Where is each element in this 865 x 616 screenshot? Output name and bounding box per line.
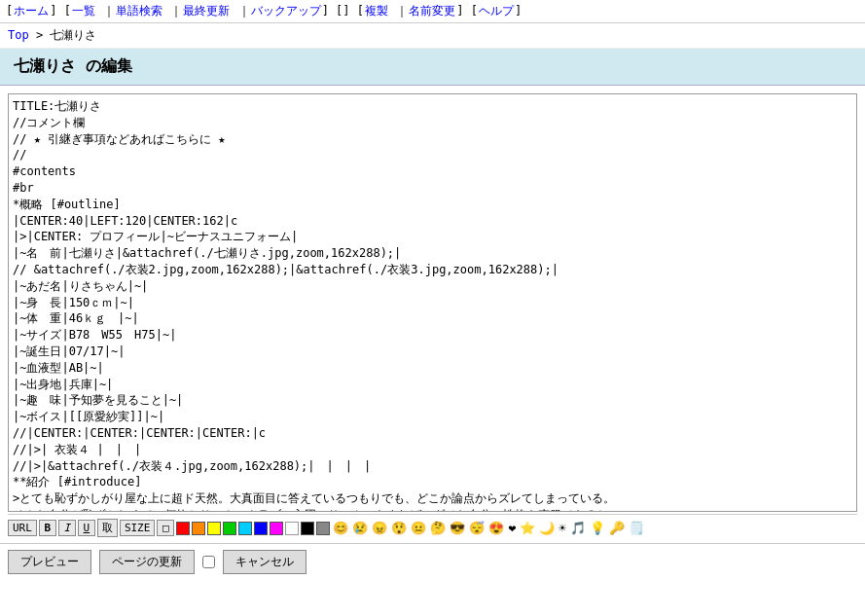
nav-recent[interactable]: 最終更新 xyxy=(183,4,230,18)
emoji-moon[interactable]: 🌙 xyxy=(538,522,556,534)
emoji-angry[interactable]: 😠 xyxy=(371,522,388,534)
nav-help[interactable]: ヘルプ xyxy=(479,4,514,18)
nav-rename[interactable]: 名前変更 xyxy=(409,4,455,18)
color-magenta[interactable] xyxy=(270,522,283,535)
strikethrough-button[interactable]: 取 xyxy=(97,519,118,537)
color-yellow[interactable] xyxy=(207,522,221,535)
breadcrumb-top[interactable]: Top xyxy=(8,28,29,42)
color-white[interactable] xyxy=(285,522,299,535)
italic-button[interactable]: I xyxy=(58,520,76,536)
breadcrumb: Top > 七瀬りさ xyxy=(0,23,865,49)
cancel-button[interactable]: キャンセル xyxy=(223,550,306,574)
emoji-heart[interactable]: ❤️ xyxy=(507,522,517,534)
emoji-cool[interactable]: 😎 xyxy=(449,522,466,534)
option-checkbox[interactable] xyxy=(202,556,215,568)
edit-wrapper: URL B I U 取 SIZE □ 😊 😢 😠 😲 😐 🤔 😎 😴 😍 ❤️ … xyxy=(0,90,865,543)
emoji-surprised[interactable]: 😲 xyxy=(390,522,408,534)
emoji-think[interactable]: 🤔 xyxy=(429,522,447,534)
bold-button[interactable]: B xyxy=(39,520,56,536)
emoji-sleepy[interactable]: 😴 xyxy=(468,522,486,534)
underline-button[interactable]: U xyxy=(78,520,95,536)
edit-textarea[interactable] xyxy=(8,93,857,512)
action-bar: プレビュー ページの更新 キャンセル xyxy=(0,543,865,580)
emoji-bulb[interactable]: 💡 xyxy=(589,522,606,534)
emoji-sun[interactable]: ☀️ xyxy=(558,522,567,534)
emoji-star[interactable]: ⭐ xyxy=(519,522,536,534)
page-title: 七瀬りさ の編集 xyxy=(0,49,865,86)
editor-toolbar: URL B I U 取 SIZE □ 😊 😢 😠 😲 😐 🤔 😎 😴 😍 ❤️ … xyxy=(8,514,857,539)
emoji-sad[interactable]: 😢 xyxy=(351,522,369,534)
emoji-music[interactable]: 🎵 xyxy=(569,522,587,534)
url-button[interactable]: URL xyxy=(8,520,37,536)
nav-home[interactable]: ホーム xyxy=(14,4,49,18)
emoji-love[interactable]: 😍 xyxy=(487,522,505,534)
color-red[interactable] xyxy=(176,522,190,535)
top-navigation: [ホーム] [一覧 ｜単語検索 ｜最終更新 ｜バックアップ] [] [複製 ｜名… xyxy=(0,0,865,23)
breadcrumb-current: 七瀬りさ xyxy=(50,28,96,42)
nav-search[interactable]: 単語検索 xyxy=(116,4,162,18)
box-button[interactable]: □ xyxy=(157,520,174,536)
nav-duplicate[interactable]: 複製 xyxy=(365,4,388,18)
checkbox-area xyxy=(202,556,215,568)
color-blue[interactable] xyxy=(254,522,268,535)
nav-backup[interactable]: バックアップ xyxy=(251,4,321,18)
update-button[interactable]: ページの更新 xyxy=(99,550,195,574)
emoji-smile[interactable]: 😊 xyxy=(332,522,349,534)
size-button[interactable]: SIZE xyxy=(120,520,156,536)
preview-button[interactable]: プレビュー xyxy=(8,550,91,574)
emoji-neutral[interactable]: 😐 xyxy=(410,522,427,534)
color-green[interactable] xyxy=(223,522,236,535)
color-gray[interactable] xyxy=(316,522,330,535)
nav-list[interactable]: 一覧 xyxy=(72,4,95,18)
emoji-extra[interactable]: 🗒️ xyxy=(628,522,645,534)
color-black[interactable] xyxy=(301,522,314,535)
emoji-key[interactable]: 🔑 xyxy=(608,522,626,534)
color-cyan[interactable] xyxy=(238,522,252,535)
color-orange[interactable] xyxy=(192,522,205,535)
